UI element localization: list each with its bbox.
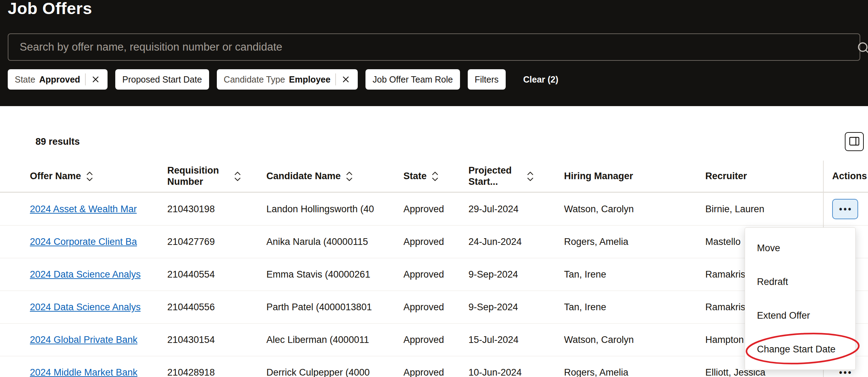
- requisition-number-cell: 210440554: [167, 258, 259, 291]
- row-actions-menu: Move Redraft Extend Offer Change Start D…: [745, 227, 856, 370]
- offer-name-cell: 2024 Middle Market Bank: [30, 356, 164, 377]
- column-header-offer-name[interactable]: Offer Name: [30, 161, 164, 192]
- column-label: Projected Start...: [468, 165, 522, 187]
- chip-label: Job Offer Team Role: [373, 74, 453, 85]
- projected-start-cell: 29-Jul-2024: [468, 193, 559, 225]
- sort-icon: [234, 171, 241, 182]
- remove-filter-icon[interactable]: [91, 74, 101, 84]
- offer-name-cell: 2024 Data Science Analys: [30, 258, 164, 291]
- requisition-number-cell: 210428918: [167, 356, 259, 377]
- table-row: 2024 Corporate Client Ba 210427769 Anika…: [0, 226, 868, 258]
- state-cell: Approved: [403, 324, 464, 356]
- state-cell: Approved: [403, 291, 464, 323]
- candidate-name-cell: Anika Narula (40000115: [266, 226, 399, 258]
- chip-divider: [85, 73, 86, 85]
- projected-start-cell: 10-Jun-2024: [468, 356, 559, 377]
- hiring-manager-cell: Tan, Irene: [564, 258, 700, 291]
- sort-icon: [86, 171, 93, 182]
- column-header-state[interactable]: State: [403, 161, 464, 192]
- offer-name-link[interactable]: 2024 Asset & Wealth Mar: [30, 204, 137, 215]
- table-row: 2024 Data Science Analys 210440556 Parth…: [0, 291, 868, 324]
- state-cell: Approved: [403, 356, 464, 377]
- column-label: Hiring Manager: [564, 171, 633, 182]
- projected-start-cell: 9-Sep-2024: [468, 258, 559, 291]
- filter-chip-state[interactable]: State Approved: [8, 69, 108, 90]
- candidate-name-cell: Derrick Culpepper (4000: [266, 356, 399, 377]
- manage-columns-button[interactable]: [845, 132, 864, 151]
- projected-start-cell: 24-Jun-2024: [468, 226, 559, 258]
- table-header: Offer Name Requisition Number Candidate …: [0, 161, 868, 193]
- offer-name-cell: 2024 Asset & Wealth Mar: [30, 193, 164, 225]
- filters-button[interactable]: Filters: [468, 69, 506, 90]
- offer-name-link[interactable]: 2024 Corporate Client Ba: [30, 236, 137, 247]
- recruiter-cell: Birnie, Lauren: [705, 193, 821, 225]
- column-header-recruiter: Recruiter: [705, 161, 821, 192]
- column-label: Recruiter: [705, 171, 747, 182]
- menu-item-change-start-date[interactable]: Change Start Date: [745, 332, 855, 366]
- sort-icon: [431, 171, 439, 182]
- candidate-name-cell: Alec Liberman (4000011: [266, 324, 399, 356]
- hiring-manager-cell: Rogers, Amelia: [564, 356, 700, 377]
- projected-start-cell: 9-Sep-2024: [468, 291, 559, 323]
- candidate-name-cell: Landon Hollingsworth (40: [266, 193, 399, 225]
- chip-label: Proposed Start Date: [122, 74, 202, 85]
- column-header-requisition-number[interactable]: Requisition Number: [167, 161, 259, 192]
- column-label: State: [403, 171, 427, 182]
- ellipsis-icon: •••: [838, 205, 853, 214]
- offer-name-link[interactable]: 2024 Data Science Analys: [30, 269, 141, 280]
- offer-name-link[interactable]: 2024 Data Science Analys: [30, 302, 141, 313]
- column-header-hiring-manager: Hiring Manager: [564, 161, 700, 192]
- chip-value: Approved: [39, 74, 80, 85]
- menu-item-move[interactable]: Move: [745, 231, 855, 265]
- hiring-manager-cell: Tan, Irene: [564, 291, 700, 323]
- menu-item-extend-offer[interactable]: Extend Offer: [745, 299, 855, 332]
- actions-cell: •••: [824, 193, 866, 225]
- offer-name-link[interactable]: 2024 Middle Market Bank: [30, 367, 137, 377]
- row-actions-button-active[interactable]: •••: [832, 199, 858, 219]
- column-label: Offer Name: [30, 171, 81, 182]
- search-input[interactable]: [8, 34, 860, 60]
- search-icon[interactable]: [856, 40, 868, 56]
- table-row: 2024 Asset & Wealth Mar 210430198 Landon…: [0, 193, 868, 226]
- column-header-projected-start[interactable]: Projected Start...: [468, 161, 559, 192]
- requisition-number-cell: 210440556: [167, 291, 259, 323]
- columns-icon: [849, 136, 860, 147]
- table-row: 2024 Global Private Bank 210430154 Alec …: [0, 324, 868, 356]
- hiring-manager-cell: Watson, Carolyn: [564, 193, 700, 225]
- job-offers-page: Job Offers State Approved Proposed Start…: [0, 0, 868, 377]
- state-cell: Approved: [403, 226, 464, 258]
- page-header: Job Offers State Approved Proposed Start…: [0, 0, 868, 106]
- column-header-actions: Actions: [832, 161, 868, 192]
- offer-name-cell: 2024 Data Science Analys: [30, 291, 164, 323]
- column-label: Requisition Number: [167, 165, 229, 187]
- table-row: 2024 Data Science Analys 210440554 Emma …: [0, 258, 868, 291]
- offer-name-cell: 2024 Global Private Bank: [30, 324, 164, 356]
- requisition-number-cell: 210430198: [167, 193, 259, 225]
- clear-filters-button[interactable]: Clear (2): [523, 69, 558, 90]
- requisition-number-cell: 210427769: [167, 226, 259, 258]
- requisition-number-cell: 210430154: [167, 324, 259, 356]
- filter-chip-candidate-type[interactable]: Candidate Type Employee: [217, 69, 358, 90]
- state-cell: Approved: [403, 193, 464, 225]
- filter-chip-bar: State Approved Proposed Start Date Candi…: [8, 69, 558, 90]
- hiring-manager-cell: Watson, Carolyn: [564, 324, 700, 356]
- remove-filter-icon[interactable]: [341, 74, 351, 84]
- chip-label: State: [15, 74, 35, 85]
- table-row: 2024 Middle Market Bank 210428918 Derric…: [0, 356, 868, 377]
- chip-label: Candidate Type: [224, 74, 285, 85]
- sort-icon: [526, 171, 534, 182]
- offer-name-cell: 2024 Corporate Client Ba: [30, 226, 164, 258]
- page-title: Job Offers: [8, 0, 92, 18]
- filter-chip-job-offer-team-role[interactable]: Job Offer Team Role: [365, 69, 460, 90]
- chip-divider: [335, 73, 336, 85]
- candidate-name-cell: Parth Patel (4000013801: [266, 291, 399, 323]
- menu-item-redraft[interactable]: Redraft: [745, 265, 855, 299]
- offer-name-link[interactable]: 2024 Global Private Bank: [30, 334, 137, 345]
- sort-icon: [345, 171, 353, 182]
- filter-chip-proposed-start-date[interactable]: Proposed Start Date: [115, 69, 209, 90]
- results-count: 89 results: [35, 136, 80, 147]
- search-bar: [8, 33, 860, 61]
- chip-label: Filters: [475, 74, 499, 85]
- column-header-candidate-name[interactable]: Candidate Name: [266, 161, 399, 192]
- column-label: Actions: [832, 171, 867, 182]
